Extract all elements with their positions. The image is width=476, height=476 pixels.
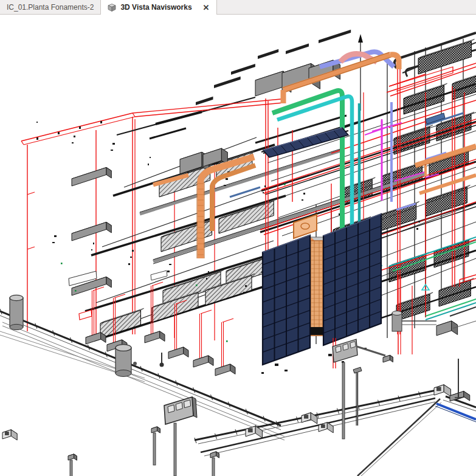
3d-viewport[interactable] [0,15,476,476]
tab-3d-vista-navisworks[interactable]: 3D Vista Navisworks ✕ [101,0,216,15]
ground-network [0,295,476,476]
close-tab-icon[interactable]: ✕ [203,4,210,12]
tab-label: IC_01.Planta Fonaments-2 [7,3,94,12]
tab-label: 3D Vista Navisworks [120,3,191,12]
tab-planta-fonaments[interactable]: IC_01.Planta Fonaments-2 [0,0,101,14]
view-tabbar: IC_01.Planta Fonaments-2 3D Vista Navisw… [0,0,476,15]
revit-window: IC_01.Planta Fonaments-2 3D Vista Navisw… [0,0,476,476]
navisworks-3d-box-icon [108,4,116,12]
bim-model-scene [0,15,476,476]
